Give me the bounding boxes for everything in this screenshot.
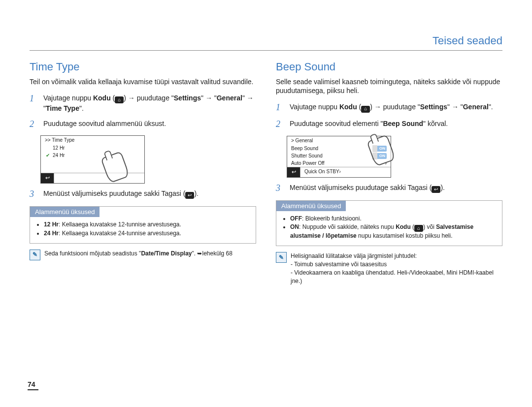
section-title-beep-sound: Beep Sound [276,61,502,73]
step-2-left: Puudutage soovitud alammenüü üksust. [43,119,256,128]
step-number-1: 1 [276,101,287,114]
step-1-right: Vajutage nuppu Kodu (⌂) → puudutage "Set… [290,102,502,112]
screenshot-beep-sound: > General Beep Sound ON Shutter Sound ON… [287,136,502,178]
back-icon: ↩ [432,186,440,193]
submenu-item-off: OFF: Blokeerib funktsiooni. [290,215,493,223]
right-column: Beep Sound Selle seade valimisel kaasneb… [276,61,502,285]
note-icon: ✎ [276,252,287,263]
screen-item-12hr: 12 Hr [41,144,144,152]
note-right: ✎ Helisignaalid lülitatakse välja järgmi… [276,252,502,285]
step-1-left: Vajutage nuppu Kodu (⌂) → puudutage "Set… [43,93,256,114]
back-icon: ↩ [185,192,194,199]
home-icon: ⌂ [414,225,423,232]
screen-row-quick-on-stby: Quick On STBY› [300,167,391,177]
submenu-title: Alammenüü üksused [276,201,346,211]
submenu-item-24hr: 24 Hr: Kellaaega kuvatakse 24-tunnise ar… [44,229,247,238]
step-number-2: 2 [276,118,287,130]
home-icon: ⌂ [115,96,124,103]
back-icon: ↩ [41,173,54,183]
step-2-right: Puudutage soovitud elementi "Beep Sound"… [290,119,502,128]
step-number-3: 3 [276,182,287,194]
submenu-item-on: ON: Nuppude või sakkide, näiteks nupu Ko… [290,223,493,240]
chapter-title: Teised seaded [30,34,502,51]
screenshot-time-type: >> Time Type 12 Hr 24 Hr ↩ [40,135,256,184]
intro-time-type: Teil on võimalik valida kellaaja kuvamis… [30,77,256,86]
step-number-2: 2 [30,118,40,130]
submenu-box-left: Alammenüü üksused 12 Hr: Kellaaega kuvat… [30,206,256,244]
chevron-right-icon: › [339,169,341,174]
note-left: ✎ Seda funktsiooni mõjutab seadistus "Da… [30,250,256,260]
submenu-title: Alammenüü üksused [30,207,100,217]
submenu-item-12hr: 12 Hr: Kellaaega kuvatakse 12-tunnise ar… [44,220,247,229]
step-3-right: Menüüst väljumiseks puudutage sakki Taga… [290,183,502,193]
submenu-box-right: Alammenüü üksused OFF: Blokeerib funktsi… [276,200,502,247]
back-icon: ↩ [287,167,300,177]
step-3-left: Menüüst väljumiseks puudutage sakki Taga… [43,188,256,199]
step-number-3: 3 [30,188,40,200]
screen-item-24hr: 24 Hr [41,152,144,159]
section-title-time-type: Time Type [30,61,256,73]
note-icon: ✎ [30,250,40,260]
intro-beep-sound: Selle seade valimisel kaasneb toimingute… [276,77,502,95]
left-column: Time Type Teil on võimalik valida kellaa… [30,61,256,285]
step-number-1: 1 [30,92,40,105]
page-number: 74 [28,380,38,390]
home-icon: ⌂ [361,106,370,113]
screen-header: >> Time Type [41,136,144,144]
